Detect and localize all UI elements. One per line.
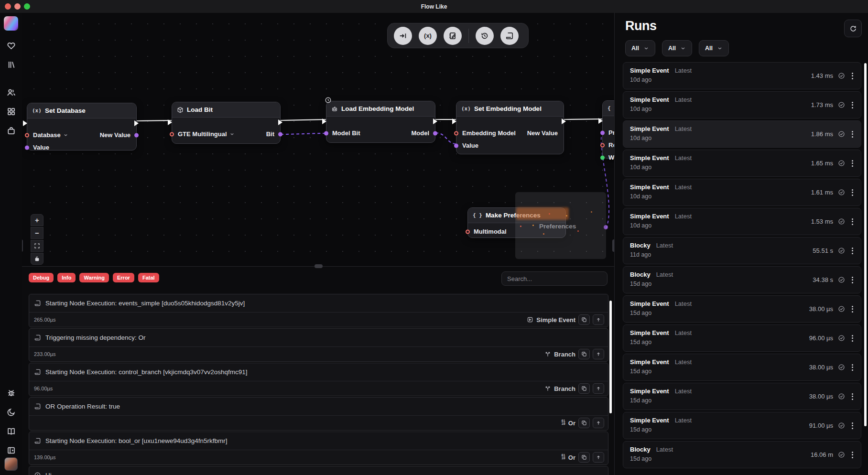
run-menu-button[interactable] — [850, 130, 855, 139]
exec-out-pin[interactable] — [433, 119, 440, 124]
jump-to-node-button[interactable] — [593, 383, 604, 394]
input-pin-value[interactable] — [25, 145, 29, 150]
log-row[interactable]: Triggering missing dependency: Or233.00µ… — [29, 328, 608, 362]
chevron-down-icon[interactable] — [229, 131, 235, 137]
copy-button[interactable] — [578, 383, 590, 394]
input-pin[interactable] — [600, 155, 605, 160]
refresh-button[interactable] — [844, 20, 862, 37]
input-pin-database[interactable] — [25, 133, 29, 137]
run-menu-button[interactable] — [850, 217, 855, 226]
zoom-in-button[interactable]: + — [31, 214, 43, 226]
node-load-embedding-model[interactable]: Load Embedding Model Model Bit Model — [326, 101, 435, 143]
run-menu-button[interactable] — [850, 421, 855, 430]
runs-filter-dropdown-1[interactable]: All — [625, 40, 655, 56]
log-filter-info[interactable]: Info — [57, 273, 76, 282]
script-icon[interactable] — [500, 27, 519, 45]
favorites-heart-icon[interactable] — [4, 38, 18, 53]
notebook-pen-icon[interactable] — [444, 27, 462, 45]
run-row[interactable]: Simple EventLatest10d ago1.61 ms — [623, 179, 861, 206]
log-search-input[interactable] — [501, 271, 608, 286]
step-into-icon[interactable] — [394, 27, 412, 45]
exec-out-pin[interactable] — [134, 120, 141, 126]
panel-resize-grip[interactable] — [315, 264, 323, 268]
run-row[interactable]: Simple EventLatest10d ago1.86 ms — [623, 120, 861, 148]
run-menu-button[interactable] — [850, 159, 855, 168]
run-row[interactable]: Simple EventLatest15d ago91.00 µs — [623, 412, 861, 439]
node-set-database[interactable]: (x) Set Database Database New Value Valu… — [27, 103, 137, 151]
run-menu-button[interactable] — [850, 276, 855, 284]
maximize-window-button[interactable] — [24, 3, 30, 10]
fit-view-button[interactable] — [31, 240, 43, 252]
log-row[interactable]: Starting Node Execution: bool_or [uxu1ne… — [29, 432, 608, 465]
jump-to-node-button[interactable] — [593, 349, 604, 359]
jump-to-node-button[interactable] — [593, 314, 604, 325]
dark-mode-moon-icon[interactable] — [4, 405, 18, 419]
run-row[interactable]: Simple EventLatest15d ago38.00 µs — [623, 354, 861, 381]
input-pin-model-bit[interactable] — [324, 131, 328, 135]
log-filter-warning[interactable]: Warning — [79, 273, 109, 282]
chevron-down-icon[interactable] — [63, 132, 68, 138]
copy-button[interactable] — [578, 349, 590, 359]
log-row[interactable]: OR Operation Result: true0110Or — [29, 397, 608, 431]
node-set-embedding-model[interactable]: (x) Set Embedding Model Embedding Model … — [456, 101, 564, 154]
run-row[interactable]: Simple EventLatest10d ago1.43 ms — [623, 62, 861, 89]
exec-out-pin[interactable] — [562, 119, 569, 124]
bug-icon[interactable] — [4, 386, 18, 400]
runs-filter-dropdown-3[interactable]: All — [699, 40, 729, 56]
input-pin[interactable] — [600, 130, 605, 135]
run-menu-button[interactable] — [850, 392, 855, 401]
zoom-out-button[interactable]: − — [31, 227, 43, 239]
runs-filter-dropdown-2[interactable]: All — [662, 40, 692, 56]
log-scrollbar[interactable] — [609, 301, 612, 413]
exec-in-pin[interactable] — [168, 119, 175, 125]
user-avatar[interactable] — [4, 457, 18, 471]
exec-in-pin[interactable] — [452, 119, 459, 124]
run-menu-button[interactable] — [850, 363, 855, 372]
run-row[interactable]: Simple EventLatest10d ago1.65 ms — [623, 150, 861, 177]
run-row[interactable]: BlockyLatest15d ago16.06 m — [623, 441, 861, 468]
run-menu-button[interactable] — [850, 247, 855, 255]
run-row[interactable]: Simple EventLatest15d ago96.00 µs — [623, 324, 861, 352]
run-menu-button[interactable] — [850, 72, 855, 80]
history-icon[interactable] — [476, 27, 494, 45]
panel-toggle-icon[interactable] — [4, 443, 18, 457]
log-row[interactable]: Hi — [29, 466, 608, 475]
flow-canvas[interactable]: (x) (x) Set Database Database New Value … — [22, 13, 614, 266]
run-menu-button[interactable] — [850, 188, 855, 197]
docs-book-icon[interactable] — [4, 424, 18, 438]
output-pin-bit[interactable] — [278, 132, 282, 136]
layout-grid-icon[interactable] — [4, 104, 18, 119]
node-load-bit[interactable]: Load Bit GTE Multilingual Bit — [172, 102, 281, 144]
run-menu-button[interactable] — [850, 101, 855, 109]
run-row[interactable]: Simple EventLatest15d ago38.00 µs — [623, 383, 861, 410]
run-row[interactable]: BlockyLatest11d ago55.51 s — [623, 237, 861, 264]
jump-to-node-button[interactable] — [593, 418, 604, 428]
copy-button[interactable] — [578, 314, 590, 325]
input-pin-value[interactable] — [454, 143, 458, 148]
jump-to-node-button[interactable] — [593, 452, 604, 463]
exec-in-pin[interactable] — [322, 119, 329, 124]
users-icon[interactable] — [4, 85, 18, 99]
run-row[interactable]: Simple EventLatest15d ago38.00 µs — [623, 295, 861, 323]
run-row[interactable]: Simple EventLatest10d ago1.53 ms — [623, 208, 861, 235]
input-pin-bit-select[interactable] — [170, 132, 174, 136]
input-pin-multimodal[interactable] — [466, 229, 470, 234]
exec-in-pin[interactable] — [598, 118, 606, 124]
app-logo[interactable] — [4, 16, 18, 31]
copy-button[interactable] — [578, 418, 590, 428]
minimize-window-button[interactable] — [14, 3, 21, 10]
output-pin-model[interactable] — [433, 131, 437, 135]
output-pin-new-value[interactable] — [134, 133, 139, 137]
run-row[interactable]: BlockyLatest15d ago34.38 s — [623, 266, 861, 293]
close-window-button[interactable] — [5, 3, 11, 10]
run-row[interactable]: Simple EventLatest10d ago1.73 ms — [623, 91, 861, 119]
run-menu-button[interactable] — [850, 334, 855, 343]
input-pin-embedding-model[interactable] — [454, 131, 458, 135]
log-filter-error[interactable]: Error — [113, 273, 134, 282]
log-row[interactable]: Starting Node Execution: control_branch … — [29, 363, 608, 396]
run-menu-button[interactable] — [850, 451, 855, 459]
log-filter-debug[interactable]: Debug — [29, 273, 54, 282]
run-menu-button[interactable] — [850, 305, 855, 313]
library-icon[interactable] — [4, 57, 18, 72]
input-pin[interactable] — [600, 143, 605, 147]
